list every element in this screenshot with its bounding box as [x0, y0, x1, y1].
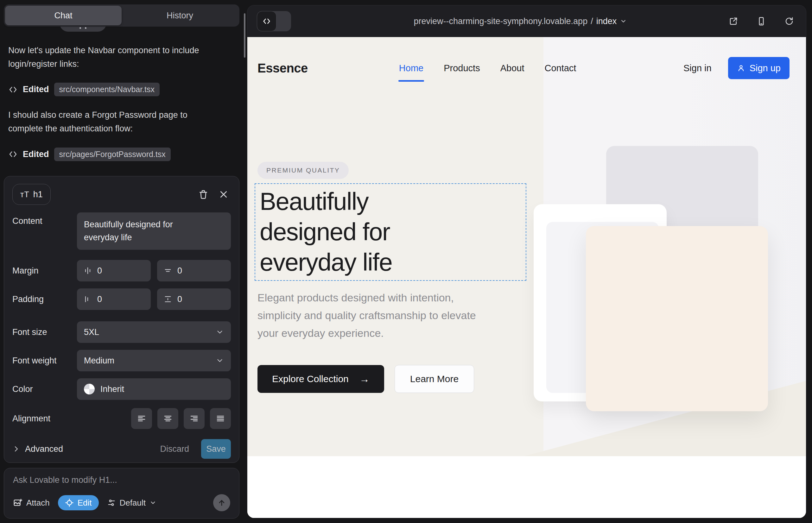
- margin-vertical-input[interactable]: 0: [157, 260, 231, 282]
- padding-horizontal-value: 0: [97, 294, 102, 304]
- code-icon: [257, 11, 277, 31]
- tab-history[interactable]: History: [122, 6, 238, 25]
- content-row: Content Beautifully designed for everyda…: [12, 213, 231, 253]
- refresh-icon: [784, 16, 794, 26]
- arrow-right-icon: →: [359, 373, 370, 385]
- delete-element-button[interactable]: [196, 187, 211, 202]
- hero-heading[interactable]: Beautifully designed for everyday life: [260, 186, 443, 278]
- sign-up-button[interactable]: Sign up: [728, 57, 790, 79]
- section-below-hero: [247, 456, 806, 518]
- font-weight-row: Font weight Medium: [12, 350, 231, 371]
- padding-horizontal-input[interactable]: 0: [77, 288, 151, 310]
- close-editor-button[interactable]: [216, 187, 231, 202]
- alignment-label: Alignment: [12, 414, 77, 423]
- align-right-button[interactable]: [184, 408, 205, 429]
- editor-header: тT h1: [12, 183, 231, 205]
- premium-quality-badge: PREMIUM QUALITY: [258, 162, 349, 179]
- element-editor-panel: тT h1 Content: [4, 176, 240, 463]
- sign-in-link[interactable]: Sign in: [684, 63, 712, 73]
- align-left-button[interactable]: [131, 408, 152, 429]
- chevron-down-icon: [620, 18, 627, 25]
- edited-file-chip[interactable]: src/components/Navbar.tsx: [54, 83, 160, 96]
- padding-label: Padding: [12, 294, 77, 304]
- preview-url[interactable]: preview--charming-site-symphony.lovable.…: [413, 16, 627, 26]
- site-nav-links: Home Products About Contact: [399, 63, 576, 73]
- chat-scrollbar-thumb[interactable]: [244, 13, 245, 58]
- user-icon: [737, 64, 745, 72]
- margin-horizontal-icon: [83, 266, 92, 275]
- arrow-up-icon: [217, 498, 226, 507]
- file-edit-row: Edited src/components/Navbar.tsx: [8, 83, 236, 96]
- selected-element-pill[interactable]: тT h1: [12, 184, 51, 205]
- element-tag-label: h1: [33, 190, 43, 199]
- decorative-card-beige: [586, 226, 768, 411]
- hero-cta-row: Explore Collection → Learn More: [258, 365, 474, 393]
- nav-link-contact[interactable]: Contact: [544, 63, 576, 73]
- advanced-toggle[interactable]: Advanced: [12, 444, 63, 454]
- site-logo[interactable]: Essence: [258, 61, 308, 75]
- font-size-label: Font size: [12, 327, 77, 337]
- font-size-select[interactable]: 5XL: [77, 321, 231, 343]
- composer-toolbar: Attach Edit Default: [13, 494, 230, 511]
- close-icon: [219, 190, 228, 199]
- editor-footer: Advanced Discard Save: [12, 439, 231, 459]
- color-label: Color: [12, 384, 77, 394]
- sliders-icon: [107, 498, 116, 507]
- sign-up-label: Sign up: [749, 63, 781, 73]
- learn-more-button[interactable]: Learn More: [394, 365, 474, 393]
- mode-select-button[interactable]: Default: [107, 498, 156, 508]
- color-picker-field[interactable]: Inherit: [77, 378, 231, 400]
- align-center-button[interactable]: [157, 408, 178, 429]
- tab-chat[interactable]: Chat: [5, 6, 122, 25]
- explore-collection-button[interactable]: Explore Collection →: [258, 365, 384, 393]
- font-weight-value: Medium: [84, 356, 216, 366]
- padding-vertical-input[interactable]: 0: [157, 288, 231, 310]
- align-right-icon: [189, 414, 199, 423]
- attach-button[interactable]: Attach: [13, 498, 50, 508]
- discard-button[interactable]: Discard: [160, 444, 189, 454]
- typography-icon: тT: [20, 190, 30, 199]
- ellipsis-dot: [85, 27, 86, 29]
- prompt-input[interactable]: [13, 475, 230, 485]
- mobile-view-button[interactable]: [754, 14, 769, 29]
- edited-file-chip[interactable]: src/pages/ForgotPassword.tsx: [54, 147, 171, 161]
- alignment-row: Alignment: [12, 408, 231, 429]
- color-swatch-transparent: [84, 384, 95, 395]
- nav-link-products[interactable]: Products: [444, 63, 480, 73]
- nav-link-home[interactable]: Home: [399, 63, 423, 73]
- explore-collection-label: Explore Collection: [272, 374, 349, 384]
- assistant-message: Now let's update the Navbar component to…: [8, 44, 212, 71]
- site-viewport: Essence Home Products About Contact Sign…: [247, 37, 806, 518]
- open-in-new-tab-button[interactable]: [726, 14, 741, 29]
- nav-link-about[interactable]: About: [500, 63, 525, 73]
- margin-horizontal-input[interactable]: 0: [77, 260, 151, 282]
- content-label: Content: [12, 213, 77, 226]
- preview-actions: [726, 14, 796, 29]
- ellipsis-dot: [80, 27, 81, 29]
- margin-label: Margin: [12, 266, 77, 276]
- code-preview-toggle[interactable]: [257, 11, 291, 31]
- font-weight-select[interactable]: Medium: [77, 350, 231, 371]
- prompt-composer: Attach Edit Default: [4, 468, 240, 519]
- chevron-down-icon: [149, 499, 156, 506]
- file-edit-row: Edited src/pages/ForgotPassword.tsx: [8, 147, 236, 161]
- margin-row: Margin 0 0: [12, 260, 231, 282]
- margin-horizontal-value: 0: [97, 266, 102, 276]
- chevron-right-icon: [12, 445, 20, 453]
- refresh-button[interactable]: [782, 14, 796, 29]
- align-justify-button[interactable]: [210, 408, 231, 429]
- target-icon: [65, 498, 74, 507]
- assistant-message: I should also create a Forgot Password p…: [8, 108, 212, 135]
- chevron-down-icon: [216, 328, 224, 336]
- content-textarea[interactable]: Beautifully designed for everyday life: [77, 213, 231, 250]
- align-left-icon: [137, 414, 146, 423]
- attach-image-icon: [13, 498, 22, 507]
- send-button[interactable]: [213, 494, 230, 511]
- attach-label: Attach: [26, 498, 50, 508]
- preview-topbar: preview--charming-site-symphony.lovable.…: [247, 5, 806, 37]
- h1-selection-outline[interactable]: Beautifully designed for everyday life: [254, 183, 526, 281]
- save-button[interactable]: Save: [201, 439, 231, 459]
- advanced-label: Advanced: [25, 444, 63, 454]
- edit-mode-button[interactable]: Edit: [58, 495, 99, 510]
- padding-horizontal-icon: [83, 295, 92, 304]
